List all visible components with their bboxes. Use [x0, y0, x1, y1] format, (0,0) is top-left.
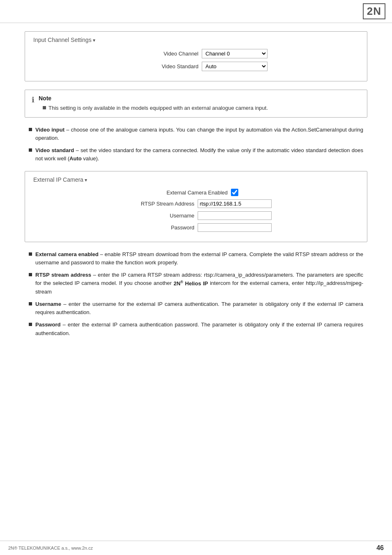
rtsp-stream-row: RTSP Stream Address: [33, 199, 359, 208]
bold-label: Password: [35, 321, 60, 328]
list-item: Password – enter the external IP camera …: [29, 321, 363, 337]
username-input[interactable]: [198, 211, 272, 220]
rtsp-stream-input[interactable]: [198, 199, 272, 208]
list-item-text: External camera enabled – enable RTSP st…: [35, 250, 363, 267]
list-item-text: Video input – choose one of the analogue…: [35, 126, 363, 142]
rtsp-stream-label: RTSP Stream Address: [120, 201, 194, 207]
bullet-icon: [29, 273, 32, 276]
list-item: RTSP stream address – enter the IP camer…: [29, 271, 363, 296]
list-item-text: RTSP stream address – enter the IP camer…: [35, 271, 363, 296]
list-item: External camera enabled – enable RTSP st…: [29, 250, 363, 267]
password-label: Password: [120, 224, 194, 231]
note-text: This setting is only available in the mo…: [48, 104, 268, 112]
note-box: ℹ Note This setting is only available in…: [25, 90, 367, 118]
footer-page: 46: [376, 544, 384, 552]
list-item-text: Video standard – set the video standard …: [35, 146, 363, 163]
main-content: Input Channel Settings Video Channel Cha…: [0, 23, 392, 370]
bold-label: External camera enabled: [35, 251, 99, 257]
external-ip-title-link[interactable]: External IP Camera: [33, 176, 87, 183]
footer-left: 2N® TELEKOMUNIKACE a.s., www.2n.cz: [8, 546, 93, 550]
bold-label: Video input: [35, 127, 65, 133]
external-ip-section: External IP Camera External Camera Enabl…: [25, 171, 367, 242]
bullet-icon: [29, 302, 32, 305]
note-item: This setting is only available in the mo…: [39, 104, 268, 112]
logo: 2N: [363, 3, 385, 19]
input-channel-title[interactable]: Input Channel Settings: [33, 37, 359, 43]
external-camera-enabled-checkbox[interactable]: [231, 189, 238, 196]
video-channel-select[interactable]: Channel 0 Channel 1 Channel 2: [202, 49, 267, 58]
sup-text: ®: [180, 280, 183, 284]
bold-label: RTSP stream address: [35, 272, 91, 278]
bold-inline: Auto: [69, 155, 82, 162]
username-row: Username: [33, 211, 359, 220]
list-item-text: Username – enter the username for the ex…: [35, 300, 363, 317]
bullet-icon: [29, 148, 32, 152]
external-camera-enabled-row: External Camera Enabled: [33, 189, 359, 196]
input-channel-title-link[interactable]: Input Channel Settings: [33, 37, 95, 43]
input-channel-section: Input Channel Settings Video Channel Cha…: [25, 31, 367, 81]
bullet-list-2: External camera enabled – enable RTSP st…: [25, 250, 367, 338]
bold-inline: 2N® Helios IP: [173, 280, 208, 287]
bullet-icon: [29, 323, 32, 326]
info-icon: ℹ: [32, 95, 35, 104]
footer: 2N® TELEKOMUNIKACE a.s., www.2n.cz 46: [0, 541, 392, 555]
external-camera-enabled-label: External Camera Enabled: [154, 190, 228, 196]
video-standard-select[interactable]: Auto PAL NTSC: [202, 62, 267, 71]
external-ip-title[interactable]: External IP Camera: [33, 176, 359, 183]
video-standard-row: Video Standard Auto PAL NTSC: [33, 62, 359, 71]
top-bar: 2N: [0, 0, 392, 23]
video-channel-row: Video Channel Channel 0 Channel 1 Channe…: [33, 49, 359, 58]
list-item: Video standard – set the video standard …: [29, 146, 363, 163]
list-item-text: Password – enter the external IP camera …: [35, 321, 363, 337]
note-content: Note This setting is only available in t…: [39, 95, 268, 112]
note-bullet: [43, 106, 46, 109]
bold-label: Video standard: [35, 147, 74, 153]
bullet-list-1: Video input – choose one of the analogue…: [25, 126, 367, 163]
video-standard-label: Video Standard: [125, 63, 198, 69]
list-item: Username – enter the username for the ex…: [29, 300, 363, 317]
list-item: Video input – choose one of the analogue…: [29, 126, 363, 142]
bullet-icon: [29, 252, 32, 256]
username-label: Username: [120, 213, 194, 219]
bullet-icon: [29, 128, 32, 131]
video-channel-label: Video Channel: [125, 51, 198, 57]
password-input[interactable]: [198, 223, 272, 232]
note-title: Note: [39, 95, 268, 102]
password-row: Password: [33, 223, 359, 232]
bold-label: Username: [35, 301, 61, 307]
